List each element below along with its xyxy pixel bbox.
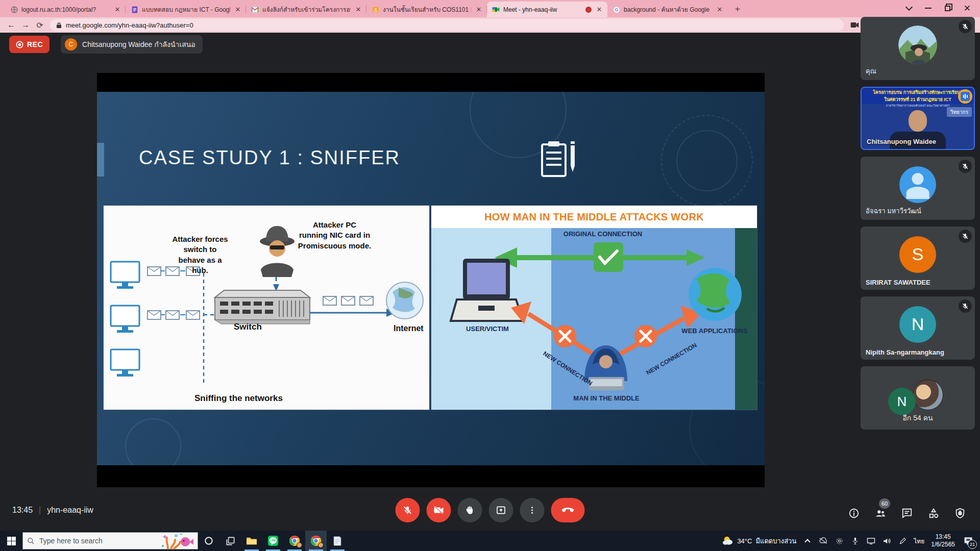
- notification-count-badge: 21: [968, 540, 977, 549]
- overflow-count-label: อีก 54 คน: [902, 412, 933, 423]
- participant-tile[interactable]: S SIRIRAT SAWATDEE: [861, 227, 975, 290]
- action-center-icon[interactable]: 21: [962, 534, 975, 547]
- tab-meet-active[interactable]: Meet - yhn-eaaq-iiw ✕: [487, 2, 607, 17]
- weather-temp: 34°C: [737, 537, 752, 545]
- participants-sidebar: คุณ โครงการอบรม การเสริมสร้างทักษะการเรี…: [861, 17, 975, 436]
- pen-icon[interactable]: [898, 536, 907, 545]
- bluetooth-tray-icon[interactable]: [835, 536, 844, 545]
- weather-widget[interactable]: 34°C มีแดดบางส่วน: [722, 536, 796, 546]
- task-view-button[interactable]: [219, 531, 241, 551]
- web-applications-label: WEB APPLICATIONS: [671, 327, 758, 335]
- file-explorer-button[interactable]: [241, 531, 262, 551]
- mitm-body: NEW CONNECTION NEW CONNECTION ORIGINAL C…: [431, 228, 757, 410]
- tab-classroom[interactable]: งานในชั้นเรียนสำหรับ COS1101 S/64 ✕: [366, 2, 487, 17]
- tab-portal[interactable]: logout.ru.ac.th:1000/portal? ✕: [5, 2, 126, 17]
- participants-panel-icon[interactable]: 60: [874, 507, 887, 520]
- avatar-silhouette: [899, 166, 936, 203]
- avatar-initial: S: [899, 236, 936, 273]
- shared-screen: CASE STUDY 1 : SNIFFER: [97, 73, 765, 487]
- avatar-photo: [898, 26, 937, 64]
- microphone-tray-icon[interactable]: [850, 536, 860, 545]
- recording-indicator: REC: [9, 36, 50, 53]
- language-indicator[interactable]: ไทย: [914, 536, 924, 546]
- participant-name: Chitsanupong Waidee: [867, 138, 936, 145]
- cortana-button[interactable]: [198, 531, 219, 551]
- address-bar[interactable]: meet.google.com/yhn-eaaq-iiw?authuser=0: [50, 19, 844, 31]
- participant-name: Nipith Sa-ngarmangkang: [866, 348, 944, 356]
- participant-tile-overflow[interactable]: N อีก 54 คน: [861, 366, 975, 430]
- attacker-pc-note: Attacker PC running NIC card in Promiscu…: [298, 220, 372, 251]
- tab-close-icon[interactable]: ✕: [113, 6, 121, 13]
- tab-gmail[interactable]: แจ้งลิงก์สำหรับเข้าร่วมโครงการอบรม ก ✕: [246, 2, 366, 17]
- weather-desc: มีแดดบางส่วน: [755, 536, 796, 546]
- volume-icon[interactable]: [882, 536, 891, 545]
- presenter-chip[interactable]: C Chitsanupong Waidee กำลังนำเสนอ: [61, 35, 203, 54]
- presenter-avatar: C: [65, 38, 77, 51]
- tab-close-icon[interactable]: ✕: [595, 6, 603, 13]
- classroom-icon: [372, 6, 379, 13]
- participant-tile[interactable]: N Nipith Sa-ngarmangkang: [861, 296, 975, 360]
- participant-tile-presenter[interactable]: โครงการอบรม การเสริมสร้างทักษะการเรียนรู…: [861, 87, 975, 150]
- tab-close-icon[interactable]: ✕: [354, 6, 362, 13]
- forward-button[interactable]: →: [18, 20, 33, 30]
- minimize-button[interactable]: [925, 8, 932, 9]
- reload-button[interactable]: ⟳: [33, 20, 47, 30]
- taskbar-clock[interactable]: 13:45 1/6/2565: [931, 533, 955, 548]
- present-screen-button[interactable]: [489, 498, 513, 522]
- tab-forms[interactable]: แบบทดสอบ กฎหมาย ICT - Google ✕: [126, 2, 246, 17]
- tab-google-search[interactable]: G background - ค้นหาด้วย Google ✕: [607, 2, 728, 17]
- chrome-profile2-button-active[interactable]: [305, 531, 327, 551]
- chat-panel-icon[interactable]: [900, 507, 914, 520]
- attacker-note: Attacker forces switch to behave as a hu…: [170, 234, 230, 276]
- avatar-photo: [913, 380, 943, 410]
- close-window-button[interactable]: ✕: [964, 3, 971, 14]
- tab-close-icon[interactable]: ✕: [716, 6, 724, 13]
- virtual-bg-banner: โครงการอบรม การเสริมสร้างทักษะการเรียนรู…: [862, 88, 974, 104]
- chrome-profile1-button[interactable]: [284, 531, 305, 551]
- mitm-graphics: NEW CONNECTION NEW CONNECTION: [431, 228, 757, 410]
- participant-tile[interactable]: อัจฉรา มหาวีรวัฒน์: [861, 157, 975, 220]
- line-app-button[interactable]: LINE: [262, 531, 284, 551]
- more-options-button[interactable]: [520, 498, 545, 522]
- raise-hand-button[interactable]: [458, 498, 482, 522]
- meet-header: REC C Chitsanupong Waidee กำลังนำเสนอ: [0, 33, 980, 56]
- meeting-details-icon[interactable]: [847, 507, 861, 520]
- tab-title: background - ค้นหาด้วย Google: [624, 5, 712, 14]
- back-button[interactable]: ←: [4, 20, 18, 30]
- svg-text:LINE: LINE: [270, 539, 276, 542]
- new-tab-button[interactable]: +: [731, 3, 744, 16]
- tab-search-chevron-icon[interactable]: [905, 4, 913, 11]
- camera-toggle-button[interactable]: [427, 498, 451, 522]
- host-controls-icon[interactable]: [953, 507, 967, 520]
- restore-button[interactable]: [945, 6, 950, 11]
- camera-permission-icon[interactable]: [849, 22, 860, 28]
- rec-label: REC: [27, 40, 43, 48]
- end-call-button[interactable]: [551, 498, 585, 522]
- meeting-code: yhn-eaaq-iiw: [47, 506, 93, 515]
- notepad-button[interactable]: [327, 531, 348, 551]
- taskbar-search[interactable]: Type here to search: [22, 532, 198, 549]
- participant-name: คุณ: [866, 66, 876, 77]
- mitm-diagram-panel: HOW MAN IN THE MIDDLE ATTACKS WORK: [431, 205, 757, 410]
- google-forms-icon: [131, 6, 138, 13]
- tab-title: แบบทดสอบ กฎหมาย ICT - Google: [142, 5, 230, 14]
- mitm-title: HOW MAN IN THE MIDDLE ATTACKS WORK: [484, 211, 704, 223]
- original-connection-label: ORIGINAL CONNECTION: [552, 230, 654, 238]
- tab-close-icon[interactable]: ✕: [475, 6, 483, 13]
- onedrive-paused-icon[interactable]: [819, 536, 828, 545]
- tray-expand-chevron[interactable]: [803, 536, 812, 545]
- tab-close-icon[interactable]: ✕: [234, 6, 242, 13]
- display-cast-icon[interactable]: [866, 536, 875, 545]
- mic-toggle-button[interactable]: [396, 498, 420, 522]
- meeting-info: 13:45 | yhn-eaaq-iiw: [12, 506, 93, 515]
- participant-tile-you[interactable]: คุณ: [861, 17, 975, 80]
- search-icon: [27, 537, 35, 545]
- presenter-status-text: Chitsanupong Waidee กำลังนำเสนอ: [82, 39, 195, 50]
- activities-icon[interactable]: [927, 507, 940, 520]
- man-in-the-middle-label: MAN IN THE MIDDLE: [558, 394, 655, 402]
- presenter-face: [909, 110, 927, 132]
- start-button[interactable]: [0, 531, 22, 551]
- sniffer-diagram-graphics: [104, 206, 429, 410]
- tab-title: งานในชั้นเรียนสำหรับ COS1101 S/64: [383, 5, 471, 14]
- weather-icon: [722, 536, 733, 546]
